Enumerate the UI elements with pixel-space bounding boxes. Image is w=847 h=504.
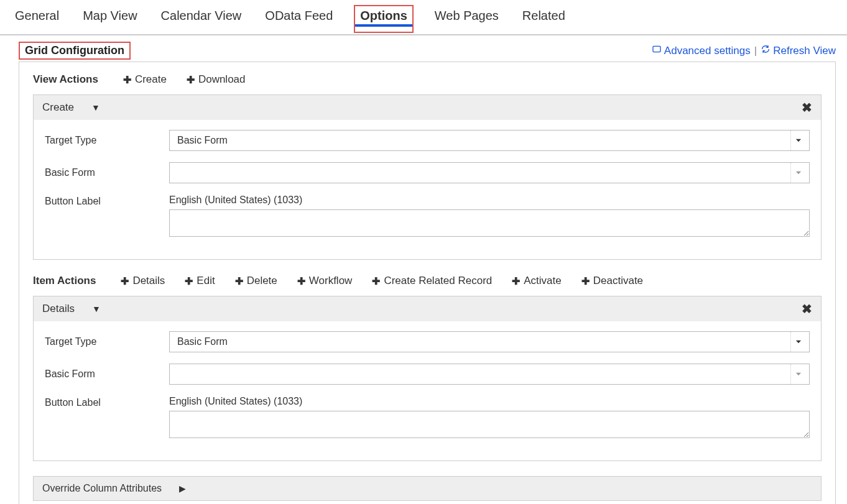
add-create-label: Create (135, 73, 167, 86)
refresh-icon (761, 44, 771, 57)
add-download-label: Download (198, 73, 246, 86)
button-label-label: Button Label (45, 195, 169, 207)
section-title: Grid Configuration (19, 42, 131, 60)
grid-config-panel: View Actions ✚ Create ✚ Download Create … (19, 62, 836, 504)
add-deactivate-action[interactable]: ✚Deactivate (581, 275, 643, 287)
button-label-input[interactable] (169, 209, 810, 237)
plus-icon: ✚ (581, 275, 590, 287)
target-type-label: Target Type (45, 336, 169, 347)
view-action-create-card: Create ▼ ✖ Target Type Basic Form (33, 94, 822, 260)
tab-web-pages[interactable]: Web Pages (432, 5, 501, 34)
item-action-details-card: Details ▼ ✖ Target Type Basic Form (33, 296, 822, 461)
target-type-value: Basic Form (177, 135, 228, 146)
dropdown-icon (790, 131, 805, 150)
plus-icon: ✚ (297, 275, 305, 287)
tab-options[interactable]: Options (354, 5, 414, 33)
refresh-view-label: Refresh View (773, 45, 836, 57)
basic-form-select[interactable] (169, 364, 810, 385)
plus-icon: ✚ (512, 275, 520, 287)
add-workflow-action[interactable]: ✚Workflow (297, 275, 353, 287)
view-actions-title: View Actions (33, 73, 98, 86)
add-edit-action[interactable]: ✚Edit (185, 275, 215, 287)
add-details-action[interactable]: ✚Details (121, 275, 165, 287)
add-delete-action[interactable]: ✚Delete (235, 275, 277, 287)
add-details-label: Details (132, 275, 165, 287)
link-separator: | (754, 45, 757, 57)
tab-general[interactable]: General (12, 5, 62, 34)
language-label: English (United States) (1033) (169, 396, 810, 407)
basic-form-label: Basic Form (45, 167, 169, 178)
card-header[interactable]: Details ▼ ✖ (34, 296, 821, 321)
item-actions-header: Item Actions ✚Details ✚Edit ✚Delete ✚Wor… (33, 275, 822, 287)
override-title: Override Column Attributes (42, 483, 162, 494)
target-type-select[interactable]: Basic Form (169, 331, 810, 352)
tab-related[interactable]: Related (520, 5, 568, 34)
card-header[interactable]: Create ▼ ✖ (34, 95, 821, 120)
chevron-down-icon: ▼ (91, 103, 100, 112)
button-label-input[interactable] (169, 411, 810, 438)
refresh-view-link[interactable]: Refresh View (761, 44, 836, 57)
advanced-settings-link[interactable]: Advanced settings (652, 44, 751, 57)
close-icon[interactable]: ✖ (802, 301, 812, 316)
target-type-label: Target Type (45, 135, 169, 146)
tab-odata-feed[interactable]: OData Feed (262, 5, 335, 34)
plus-icon: ✚ (235, 275, 243, 287)
svg-rect-0 (653, 46, 660, 52)
override-column-attributes[interactable]: Override Column Attributes ▶ (33, 476, 822, 501)
top-links: Advanced settings | Refresh View (652, 44, 836, 57)
add-deactivate-label: Deactivate (593, 275, 643, 287)
add-download-action[interactable]: ✚ Download (187, 73, 246, 86)
button-label-label: Button Label (45, 396, 169, 408)
plus-icon: ✚ (372, 275, 380, 287)
card-title: Create (42, 101, 74, 114)
plus-icon: ✚ (187, 74, 195, 86)
advanced-settings-label: Advanced settings (664, 45, 751, 57)
plus-icon: ✚ (185, 275, 193, 287)
dropdown-icon (790, 364, 805, 384)
add-activate-action[interactable]: ✚Activate (512, 275, 561, 287)
plus-icon: ✚ (121, 275, 129, 287)
close-icon[interactable]: ✖ (802, 100, 812, 115)
tab-map-view[interactable]: Map View (80, 5, 139, 34)
target-type-value: Basic Form (177, 336, 228, 347)
add-create-related-label: Create Related Record (384, 275, 492, 287)
view-actions-header: View Actions ✚ Create ✚ Download (33, 73, 822, 86)
add-create-action[interactable]: ✚ Create (123, 73, 167, 86)
add-activate-label: Activate (524, 275, 561, 287)
language-label: English (United States) (1033) (169, 195, 810, 206)
basic-form-label: Basic Form (45, 369, 169, 380)
add-edit-label: Edit (197, 275, 215, 287)
window-icon (652, 44, 662, 57)
card-title: Details (42, 303, 75, 315)
dropdown-icon (790, 332, 805, 352)
add-delete-label: Delete (247, 275, 277, 287)
chevron-right-icon: ▶ (179, 483, 186, 493)
basic-form-select[interactable] (169, 162, 810, 183)
tab-calendar-view[interactable]: Calendar View (159, 5, 244, 34)
item-actions-title: Item Actions (33, 275, 96, 287)
top-tabs: General Map View Calendar View OData Fee… (0, 0, 847, 35)
add-create-related-action[interactable]: ✚Create Related Record (372, 275, 492, 287)
target-type-select[interactable]: Basic Form (169, 130, 810, 151)
chevron-down-icon: ▼ (92, 304, 101, 314)
add-workflow-label: Workflow (309, 275, 353, 287)
dropdown-icon (790, 163, 805, 183)
plus-icon: ✚ (123, 74, 131, 86)
